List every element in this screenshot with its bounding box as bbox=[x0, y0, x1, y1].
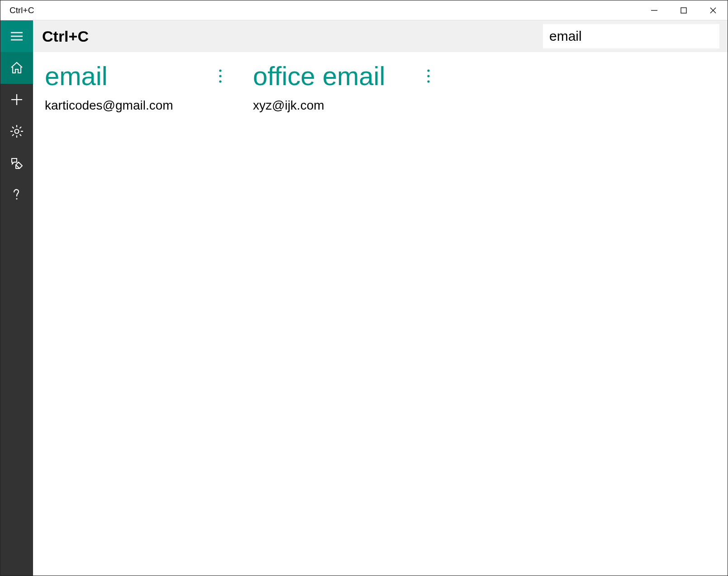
page-title: Ctrl+C bbox=[42, 28, 89, 45]
maximize-icon bbox=[680, 7, 687, 14]
sidebar-feedback[interactable] bbox=[0, 147, 33, 179]
sidebar bbox=[0, 20, 33, 576]
card-header: office email bbox=[253, 63, 434, 89]
topbar: Ctrl+C bbox=[33, 20, 728, 52]
help-icon bbox=[10, 187, 24, 202]
search-input[interactable] bbox=[549, 29, 721, 44]
card-header: email bbox=[45, 63, 226, 89]
sidebar-home[interactable] bbox=[0, 52, 33, 84]
sidebar-hamburger[interactable] bbox=[0, 20, 33, 52]
svg-point-25 bbox=[427, 75, 429, 77]
svg-point-24 bbox=[427, 69, 429, 72]
window-titlebar: Ctrl+C bbox=[0, 0, 728, 20]
card-more-button[interactable] bbox=[215, 66, 226, 86]
hamburger-icon bbox=[10, 29, 24, 43]
svg-rect-1 bbox=[681, 8, 686, 13]
close-button[interactable] bbox=[698, 0, 728, 20]
sidebar-add[interactable] bbox=[0, 84, 33, 115]
close-icon bbox=[709, 7, 717, 14]
svg-line-17 bbox=[12, 134, 14, 136]
maximize-button[interactable] bbox=[669, 0, 698, 20]
cards-container: emailkarticodes@gmail.comoffice emailxyz… bbox=[33, 52, 728, 576]
card-title: email bbox=[45, 63, 108, 89]
card-title: office email bbox=[253, 63, 385, 89]
svg-line-14 bbox=[12, 127, 14, 129]
more-vertical-icon bbox=[219, 68, 222, 84]
plus-icon bbox=[10, 92, 24, 107]
sidebar-help[interactable] bbox=[0, 179, 33, 211]
entry-card[interactable]: emailkarticodes@gmail.com bbox=[45, 63, 226, 113]
minimize-icon bbox=[651, 7, 658, 14]
svg-line-16 bbox=[20, 127, 22, 129]
sidebar-settings[interactable] bbox=[0, 115, 33, 147]
card-more-button[interactable] bbox=[423, 66, 434, 86]
entry-card[interactable]: office emailxyz@ijk.com bbox=[253, 63, 434, 113]
home-icon bbox=[10, 61, 24, 75]
window-title: Ctrl+C bbox=[0, 5, 34, 15]
card-detail: xyz@ijk.com bbox=[253, 98, 434, 113]
svg-point-22 bbox=[219, 75, 221, 77]
svg-point-26 bbox=[427, 80, 429, 82]
svg-point-23 bbox=[219, 80, 221, 82]
search-box[interactable] bbox=[543, 24, 719, 48]
svg-point-21 bbox=[219, 69, 221, 72]
svg-point-18 bbox=[16, 198, 17, 199]
main-area: Ctrl+C emailkarticodes@gmail.comoffice e… bbox=[33, 20, 728, 576]
more-vertical-icon bbox=[427, 68, 430, 84]
svg-point-9 bbox=[15, 130, 19, 134]
card-detail: karticodes@gmail.com bbox=[45, 98, 226, 113]
window-controls bbox=[639, 0, 728, 20]
feedback-icon bbox=[10, 156, 24, 170]
minimize-button[interactable] bbox=[639, 0, 669, 20]
svg-line-15 bbox=[20, 134, 22, 136]
gear-icon bbox=[10, 124, 24, 139]
